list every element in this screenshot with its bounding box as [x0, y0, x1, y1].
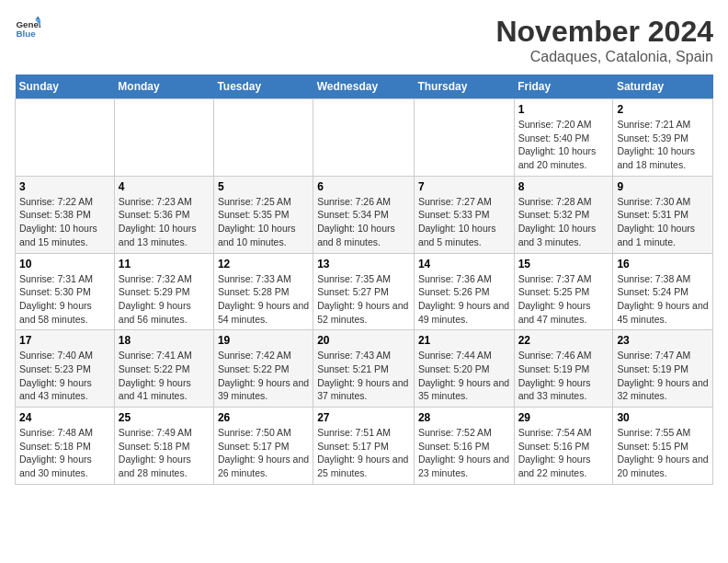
day-info: Sunrise: 7:25 AMSunset: 5:35 PMDaylight:… [218, 195, 309, 249]
day-cell: 18Sunrise: 7:41 AMSunset: 5:22 PMDayligh… [114, 330, 213, 408]
day-cell [114, 99, 213, 177]
day-number: 3 [19, 180, 110, 193]
calendar-table: SundayMondayTuesdayWednesdayThursdayFrid… [15, 75, 713, 485]
logo: General Blue [15, 15, 40, 40]
week-row-2: 3Sunrise: 7:22 AMSunset: 5:38 PMDaylight… [16, 176, 713, 253]
day-info: Sunrise: 7:28 AMSunset: 5:32 PMDaylight:… [518, 195, 609, 249]
day-info: Sunrise: 7:51 AMSunset: 5:17 PMDaylight:… [317, 426, 410, 480]
day-cell: 27Sunrise: 7:51 AMSunset: 5:17 PMDayligh… [313, 408, 415, 485]
day-cell: 28Sunrise: 7:52 AMSunset: 5:16 PMDayligh… [414, 408, 514, 485]
day-number: 28 [418, 411, 510, 424]
weekday-header-sunday: Sunday [16, 75, 115, 99]
day-info: Sunrise: 7:48 AMSunset: 5:18 PMDaylight:… [19, 426, 110, 480]
day-number: 12 [218, 258, 309, 270]
day-cell: 17Sunrise: 7:40 AMSunset: 5:23 PMDayligh… [16, 330, 115, 408]
day-info: Sunrise: 7:30 AMSunset: 5:31 PMDaylight:… [617, 195, 709, 249]
day-number: 17 [19, 334, 110, 347]
week-row-1: 1Sunrise: 7:20 AMSunset: 5:40 PMDaylight… [16, 99, 713, 177]
day-number: 9 [617, 180, 709, 193]
day-cell: 1Sunrise: 7:20 AMSunset: 5:40 PMDaylight… [514, 99, 613, 177]
day-info: Sunrise: 7:31 AMSunset: 5:30 PMDaylight:… [19, 272, 110, 327]
day-info: Sunrise: 7:38 AMSunset: 5:24 PMDaylight:… [617, 272, 709, 327]
day-number: 20 [317, 334, 410, 347]
day-cell: 12Sunrise: 7:33 AMSunset: 5:28 PMDayligh… [213, 253, 313, 330]
location-title: Cadaques, Catalonia, Spain [495, 49, 713, 65]
day-cell: 7Sunrise: 7:27 AMSunset: 5:33 PMDaylight… [414, 176, 514, 253]
day-number: 21 [418, 334, 510, 347]
day-info: Sunrise: 7:46 AMSunset: 5:19 PMDaylight:… [518, 349, 609, 403]
day-info: Sunrise: 7:20 AMSunset: 5:40 PMDaylight:… [518, 118, 609, 172]
day-number: 11 [119, 258, 210, 270]
day-cell: 2Sunrise: 7:21 AMSunset: 5:39 PMDaylight… [613, 99, 713, 177]
day-info: Sunrise: 7:44 AMSunset: 5:20 PMDaylight:… [418, 349, 510, 403]
weekday-header-friday: Friday [514, 75, 613, 99]
day-info: Sunrise: 7:47 AMSunset: 5:19 PMDaylight:… [617, 349, 709, 403]
day-number: 6 [317, 180, 410, 193]
day-cell: 22Sunrise: 7:46 AMSunset: 5:19 PMDayligh… [514, 330, 613, 408]
svg-marker-2 [35, 16, 40, 19]
day-cell: 29Sunrise: 7:54 AMSunset: 5:16 PMDayligh… [514, 408, 613, 485]
day-number: 7 [418, 180, 510, 193]
day-number: 19 [218, 334, 309, 347]
day-cell: 26Sunrise: 7:50 AMSunset: 5:17 PMDayligh… [213, 408, 313, 485]
day-cell: 5Sunrise: 7:25 AMSunset: 5:35 PMDaylight… [213, 176, 313, 253]
day-info: Sunrise: 7:41 AMSunset: 5:22 PMDaylight:… [119, 349, 210, 403]
day-number: 2 [617, 103, 709, 116]
day-number: 15 [518, 258, 609, 270]
day-info: Sunrise: 7:23 AMSunset: 5:36 PMDaylight:… [119, 195, 210, 249]
day-number: 10 [19, 258, 110, 270]
month-title: November 2024 [495, 15, 713, 49]
day-number: 30 [617, 411, 709, 424]
day-info: Sunrise: 7:32 AMSunset: 5:29 PMDaylight:… [119, 272, 210, 327]
day-cell [313, 99, 415, 177]
week-row-5: 24Sunrise: 7:48 AMSunset: 5:18 PMDayligh… [16, 408, 713, 485]
day-info: Sunrise: 7:52 AMSunset: 5:16 PMDaylight:… [418, 426, 510, 480]
day-info: Sunrise: 7:49 AMSunset: 5:18 PMDaylight:… [119, 426, 210, 480]
day-cell: 14Sunrise: 7:36 AMSunset: 5:26 PMDayligh… [414, 253, 514, 330]
logo-icon: General Blue [15, 15, 40, 40]
day-cell: 10Sunrise: 7:31 AMSunset: 5:30 PMDayligh… [16, 253, 115, 330]
day-number: 23 [617, 334, 709, 347]
day-info: Sunrise: 7:54 AMSunset: 5:16 PMDaylight:… [518, 426, 609, 480]
weekday-header-saturday: Saturday [613, 75, 713, 99]
day-cell: 9Sunrise: 7:30 AMSunset: 5:31 PMDaylight… [613, 176, 713, 253]
day-cell: 4Sunrise: 7:23 AMSunset: 5:36 PMDaylight… [114, 176, 213, 253]
day-info: Sunrise: 7:21 AMSunset: 5:39 PMDaylight:… [617, 118, 709, 172]
day-info: Sunrise: 7:55 AMSunset: 5:15 PMDaylight:… [617, 426, 709, 480]
day-info: Sunrise: 7:50 AMSunset: 5:17 PMDaylight:… [218, 426, 309, 480]
day-info: Sunrise: 7:35 AMSunset: 5:27 PMDaylight:… [317, 272, 410, 327]
day-cell: 30Sunrise: 7:55 AMSunset: 5:15 PMDayligh… [613, 408, 713, 485]
day-cell: 11Sunrise: 7:32 AMSunset: 5:29 PMDayligh… [114, 253, 213, 330]
day-info: Sunrise: 7:37 AMSunset: 5:25 PMDaylight:… [518, 272, 609, 327]
day-number: 29 [518, 411, 609, 424]
weekday-header-tuesday: Tuesday [213, 75, 313, 99]
page-header: General Blue November 2024 Cadaques, Cat… [15, 15, 713, 65]
day-cell: 8Sunrise: 7:28 AMSunset: 5:32 PMDaylight… [514, 176, 613, 253]
day-info: Sunrise: 7:33 AMSunset: 5:28 PMDaylight:… [218, 272, 309, 327]
weekday-header-thursday: Thursday [414, 75, 514, 99]
day-cell: 20Sunrise: 7:43 AMSunset: 5:21 PMDayligh… [313, 330, 415, 408]
day-number: 25 [119, 411, 210, 424]
day-number: 4 [119, 180, 210, 193]
day-cell [414, 99, 514, 177]
weekday-header-row: SundayMondayTuesdayWednesdayThursdayFrid… [16, 75, 713, 99]
day-number: 16 [617, 258, 709, 270]
day-cell [16, 99, 115, 177]
weekday-header-wednesday: Wednesday [313, 75, 415, 99]
day-number: 24 [19, 411, 110, 424]
title-area: November 2024 Cadaques, Catalonia, Spain [495, 15, 713, 65]
day-cell: 15Sunrise: 7:37 AMSunset: 5:25 PMDayligh… [514, 253, 613, 330]
day-info: Sunrise: 7:26 AMSunset: 5:34 PMDaylight:… [317, 195, 410, 249]
day-number: 8 [518, 180, 609, 193]
weekday-header-monday: Monday [114, 75, 213, 99]
day-info: Sunrise: 7:36 AMSunset: 5:26 PMDaylight:… [418, 272, 510, 327]
day-number: 1 [518, 103, 609, 116]
day-info: Sunrise: 7:27 AMSunset: 5:33 PMDaylight:… [418, 195, 510, 249]
day-info: Sunrise: 7:42 AMSunset: 5:22 PMDaylight:… [218, 349, 309, 403]
day-number: 13 [317, 258, 410, 270]
day-cell: 3Sunrise: 7:22 AMSunset: 5:38 PMDaylight… [16, 176, 115, 253]
day-number: 27 [317, 411, 410, 424]
day-cell: 21Sunrise: 7:44 AMSunset: 5:20 PMDayligh… [414, 330, 514, 408]
day-cell: 16Sunrise: 7:38 AMSunset: 5:24 PMDayligh… [613, 253, 713, 330]
svg-text:Blue: Blue [16, 29, 36, 39]
